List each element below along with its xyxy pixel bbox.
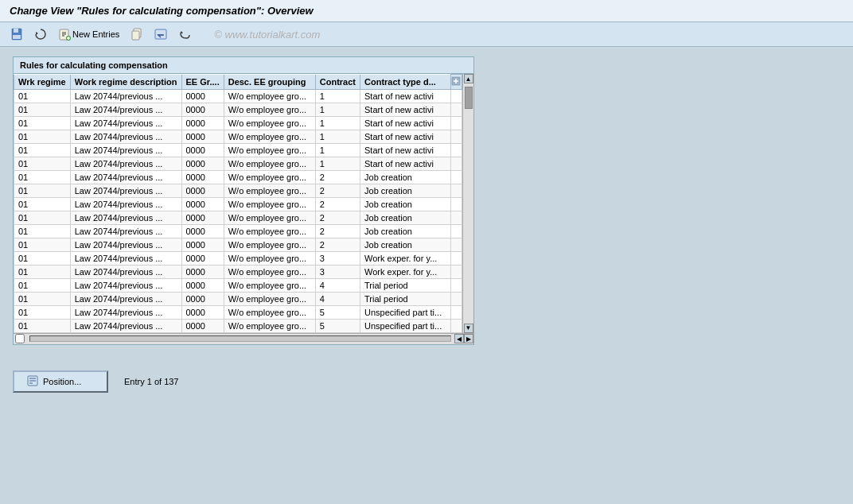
- cell-ee_gr: 0000: [181, 251, 224, 265]
- cell-work_regime_description: Law 20744/previous ...: [70, 292, 181, 305]
- cell-scroll-placeholder: [451, 184, 462, 197]
- table-title: Rules for calculating compensation: [14, 57, 473, 74]
- data-table: Wrk regime Work regime description EE Gr…: [14, 74, 462, 333]
- cell-wrk_regime: 01: [14, 157, 71, 170]
- position-icon: [27, 375, 38, 388]
- cell-contract: 2: [315, 170, 360, 184]
- cell-contract: 2: [315, 238, 360, 251]
- cell-wrk_regime: 01: [14, 130, 71, 143]
- svg-rect-1: [14, 29, 18, 33]
- cell-scroll-placeholder: [451, 103, 462, 116]
- table-row[interactable]: 01Law 20744/previous ...0000W/o employee…: [14, 103, 462, 116]
- cell-ee_gr: 0000: [181, 319, 224, 332]
- undo-button[interactable]: [174, 25, 195, 43]
- cell-scroll-placeholder: [451, 278, 462, 292]
- cell-contract: 1: [315, 89, 360, 103]
- cell-contract: 2: [315, 197, 360, 211]
- cell-desc_ee_grouping: W/o employee gro...: [224, 238, 315, 251]
- save-local-button[interactable]: [150, 25, 171, 43]
- cell-wrk_regime: 01: [14, 184, 71, 197]
- refresh-button[interactable]: [30, 25, 51, 43]
- cell-contract: 3: [315, 265, 360, 278]
- cell-scroll-placeholder: [451, 251, 462, 265]
- cell-contract: 2: [315, 224, 360, 238]
- table-header-row: Wrk regime Work regime description EE Gr…: [14, 75, 462, 90]
- table-row[interactable]: 01Law 20744/previous ...0000W/o employee…: [14, 197, 462, 211]
- cell-work_regime_description: Law 20744/previous ...: [70, 143, 181, 157]
- table-row[interactable]: 01Law 20744/previous ...0000W/o employee…: [14, 265, 462, 278]
- cell-work_regime_description: Law 20744/previous ...: [70, 238, 181, 251]
- cell-desc_ee_grouping: W/o employee gro...: [224, 116, 315, 130]
- svg-rect-13: [155, 29, 166, 39]
- cell-contract_type_d: Work exper. for y...: [360, 251, 451, 265]
- bottom-area: Position... Entry 1 of 137: [0, 355, 853, 409]
- table-row[interactable]: 01Law 20744/previous ...0000W/o employee…: [14, 143, 462, 157]
- cell-contract: 4: [315, 278, 360, 292]
- cell-work_regime_description: Law 20744/previous ...: [70, 184, 181, 197]
- cell-contract_type_d: Unspecified part ti...: [360, 305, 451, 319]
- position-label: Position...: [43, 377, 81, 386]
- table-row[interactable]: 01Law 20744/previous ...0000W/o employee…: [14, 305, 462, 319]
- cell-desc_ee_grouping: W/o employee gro...: [224, 184, 315, 197]
- undo-icon: [178, 28, 191, 41]
- cell-ee_gr: 0000: [181, 103, 224, 116]
- cell-ee_gr: 0000: [181, 143, 224, 157]
- cell-wrk_regime: 01: [14, 197, 71, 211]
- table-row[interactable]: 01Law 20744/previous ...0000W/o employee…: [14, 157, 462, 170]
- new-entries-button[interactable]: New Entries: [54, 25, 123, 43]
- table-row[interactable]: 01Law 20744/previous ...0000W/o employee…: [14, 238, 462, 251]
- table-row[interactable]: 01Law 20744/previous ...0000W/o employee…: [14, 251, 462, 265]
- table-row[interactable]: 01Law 20744/previous ...0000W/o employee…: [14, 89, 462, 103]
- cell-contract_type_d: Job creation: [360, 211, 451, 224]
- cell-work_regime_description: Law 20744/previous ...: [70, 211, 181, 224]
- cell-scroll-placeholder: [451, 224, 462, 238]
- cell-wrk_regime: 01: [14, 265, 71, 278]
- scroll-right-button[interactable]: ▶: [464, 334, 473, 343]
- save-icon: [10, 28, 23, 41]
- horizontal-scrollbar-track[interactable]: [29, 335, 451, 342]
- cell-desc_ee_grouping: W/o employee gro...: [224, 89, 315, 103]
- new-entries-icon: [58, 28, 71, 41]
- table-row[interactable]: 01Law 20744/previous ...0000W/o employee…: [14, 211, 462, 224]
- scrollbar-up-button[interactable]: ▲: [464, 74, 473, 83]
- cell-contract: 4: [315, 292, 360, 305]
- col-header-contract: Contract: [315, 75, 360, 90]
- table-body: 01Law 20744/previous ...0000W/o employee…: [14, 89, 462, 332]
- svg-marker-3: [36, 32, 38, 35]
- table-row[interactable]: 01Law 20744/previous ...0000W/o employee…: [14, 292, 462, 305]
- table-row[interactable]: 01Law 20744/previous ...0000W/o employee…: [14, 184, 462, 197]
- scrollbar-thumb[interactable]: [465, 87, 473, 109]
- scroll-left-button[interactable]: ◀: [454, 334, 464, 343]
- table-row[interactable]: 01Law 20744/previous ...0000W/o employee…: [14, 170, 462, 184]
- col-header-ee-gr: EE Gr....: [181, 75, 224, 90]
- table-row[interactable]: 01Law 20744/previous ...0000W/o employee…: [14, 116, 462, 130]
- cell-ee_gr: 0000: [181, 305, 224, 319]
- table-row[interactable]: 01Law 20744/previous ...0000W/o employee…: [14, 130, 462, 143]
- cell-ee_gr: 0000: [181, 292, 224, 305]
- save-button[interactable]: [6, 25, 27, 43]
- select-all-checkbox[interactable]: [15, 334, 25, 343]
- cell-contract: 1: [315, 130, 360, 143]
- cell-work_regime_description: Law 20744/previous ...: [70, 224, 181, 238]
- refresh-icon: [34, 28, 47, 41]
- cell-contract: 1: [315, 143, 360, 157]
- cell-scroll-placeholder: [451, 319, 462, 332]
- table-row[interactable]: 01Law 20744/previous ...0000W/o employee…: [14, 224, 462, 238]
- vertical-scrollbar[interactable]: ▲ ▼: [462, 74, 473, 333]
- cell-contract_type_d: Job creation: [360, 224, 451, 238]
- table-row[interactable]: 01Law 20744/previous ...0000W/o employee…: [14, 278, 462, 292]
- copy-button[interactable]: [127, 25, 147, 43]
- scrollbar-down-button[interactable]: ▼: [464, 324, 473, 333]
- cell-contract: 1: [315, 103, 360, 116]
- cell-scroll-placeholder: [451, 116, 462, 130]
- save-local-icon: [154, 28, 167, 41]
- cell-desc_ee_grouping: W/o employee gro...: [224, 292, 315, 305]
- cell-wrk_regime: 01: [14, 211, 71, 224]
- cell-contract: 5: [315, 319, 360, 332]
- table-row[interactable]: 01Law 20744/previous ...0000W/o employee…: [14, 319, 462, 332]
- cell-work_regime_description: Law 20744/previous ...: [70, 116, 181, 130]
- cell-work_regime_description: Law 20744/previous ...: [70, 251, 181, 265]
- cell-ee_gr: 0000: [181, 157, 224, 170]
- position-button[interactable]: Position...: [13, 370, 108, 393]
- cell-contract_type_d: Start of new activi: [360, 89, 451, 103]
